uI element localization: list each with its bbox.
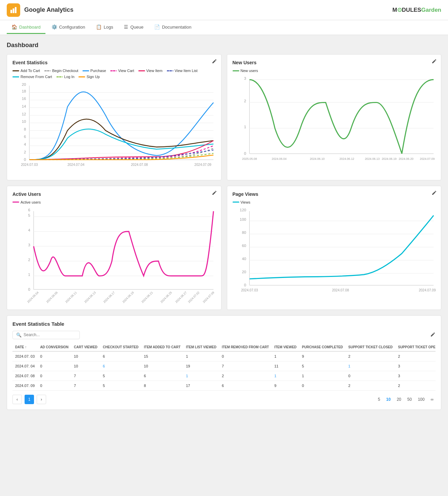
nav-documentation[interactable]: 📄 Documentation <box>149 21 196 34</box>
cell-ticket_closed: 0 <box>346 371 395 381</box>
nav-dashboard-label: Dashboard <box>19 25 41 30</box>
cell-checkout_started: 5 <box>100 371 141 381</box>
cell-item_viewed: 9 <box>272 381 299 390</box>
cell-ticket_closed: 2 <box>346 351 395 361</box>
svg-text:2024.07.02: 2024.07.02 <box>187 291 200 304</box>
cell-ad_conversion: 0 <box>37 381 71 390</box>
svg-text:0: 0 <box>28 287 30 291</box>
active-users-chart: 0 1 2 3 4 5 6 2024.06.04 2024.06.06 2024… <box>12 207 216 304</box>
svg-text:2024.06.19: 2024.06.19 <box>382 157 397 161</box>
col-item-list-viewed: ITEM LIST VIEWED <box>183 343 219 351</box>
new-users-chart: 0 1 2 3 2025.05.08 2024.06.04 2024.06.10… <box>233 75 436 169</box>
search-input[interactable] <box>24 332 76 337</box>
svg-text:100: 100 <box>240 217 246 221</box>
cell-checkout_started: 6 <box>100 351 141 361</box>
list-icon: ☰ <box>124 24 128 30</box>
nav-logs[interactable]: 📋 Logs <box>91 21 118 34</box>
nav-dashboard[interactable]: 🏠 Dashboard <box>7 21 45 34</box>
next-page-button[interactable]: › <box>37 395 46 404</box>
col-ticket-closed: SUPPORT TICKET CLOSED <box>346 343 395 351</box>
prev-page-button[interactable]: ‹ <box>12 395 22 404</box>
svg-text:2025.05.08: 2025.05.08 <box>242 157 257 161</box>
active-users-card: Active Users Active users 0 1 2 3 4 5 6 <box>7 186 221 310</box>
svg-text:2024.06.04: 2024.06.04 <box>27 291 39 304</box>
svg-text:2024.06.21: 2024.06.21 <box>141 291 153 304</box>
app-icon <box>7 3 20 17</box>
new-users-edit-button[interactable] <box>432 59 437 65</box>
pagination: ‹ 1 › 5 10 20 50 100 ∞ <box>12 395 436 404</box>
per-page-5[interactable]: 5 <box>376 396 382 403</box>
svg-text:2024.06.27: 2024.06.27 <box>175 291 187 304</box>
svg-text:4: 4 <box>24 142 26 146</box>
nav-documentation-label: Documentation <box>162 25 191 30</box>
cell-ticket_opened: 2 <box>395 351 436 361</box>
svg-text:18: 18 <box>22 89 26 93</box>
main-content: Dashboard Event Statistics Add To Cart B… <box>0 35 448 417</box>
event-stats-edit-button[interactable] <box>212 59 217 65</box>
svg-text:2: 2 <box>24 150 26 154</box>
cell-item_viewed: 1 <box>272 351 299 361</box>
cell-ticket_opened: 2 <box>395 381 436 390</box>
event-stats-chart: 0 2 4 6 8 10 12 14 16 18 20 <box>12 81 216 175</box>
cell-ticket_closed[interactable]: 1 <box>346 361 395 371</box>
stats-table: DATE ↑ AD CONVERSION CART VIEWED CHECKOU… <box>12 343 436 391</box>
cell-item_removed: 7 <box>219 361 272 371</box>
cell-item_viewed[interactable]: 1 <box>272 371 299 381</box>
svg-text:0: 0 <box>24 157 26 162</box>
nav-queue[interactable]: ☰ Queue <box>119 21 148 34</box>
search-box[interactable]: 🔍 <box>12 331 80 339</box>
svg-text:2024.07.03: 2024.07.03 <box>241 288 258 292</box>
table-row: 2024.07. 0401061019711513350 <box>12 361 436 371</box>
svg-text:2024.06.10: 2024.06.10 <box>310 157 324 161</box>
cell-cart_viewed: 7 <box>71 371 100 381</box>
nav-queue-label: Queue <box>130 25 143 30</box>
svg-text:20: 20 <box>22 82 26 86</box>
col-item-added: ITEM ADDED TO CART <box>141 343 183 351</box>
nav-configuration-label: Configuration <box>59 25 85 30</box>
per-page-50[interactable]: 50 <box>405 396 414 403</box>
svg-rect-2 <box>15 7 16 13</box>
cell-date: 2024.07. 08 <box>12 371 37 381</box>
svg-text:2024.07.08: 2024.07.08 <box>332 288 349 292</box>
svg-text:12: 12 <box>22 112 26 116</box>
cell-item_list_viewed: 1 <box>183 351 219 361</box>
active-users-legend: Active users <box>12 200 216 204</box>
col-purchase-completed: PURCHASE COMPLETED <box>299 343 346 351</box>
col-ad-conversion: AD CONVERSION <box>37 343 71 351</box>
per-page-20[interactable]: 20 <box>395 396 403 403</box>
table-row: 2024.07. 03010615101922241 <box>12 351 436 361</box>
svg-text:80: 80 <box>242 231 246 235</box>
svg-text:2024.07.04: 2024.07.04 <box>67 163 84 167</box>
cell-ticket_opened: 3 <box>395 361 436 371</box>
per-page-all[interactable]: ∞ <box>428 396 436 403</box>
svg-text:2024.06.13: 2024.06.13 <box>83 291 96 304</box>
table-edit-button[interactable] <box>430 332 436 338</box>
cell-item_viewed: 11 <box>272 361 299 371</box>
nav-configuration[interactable]: ⚙️ Configuration <box>47 21 90 34</box>
page-1-button[interactable]: 1 <box>25 395 34 404</box>
event-statistics-card: Event Statistics Add To Cart Begin Check… <box>7 54 221 180</box>
col-checkout-started: CHECKOUT STARTED <box>100 343 141 351</box>
per-page-options: 5 10 20 50 100 ∞ <box>376 396 436 403</box>
cell-purchase_completed: 1 <box>299 371 346 381</box>
event-statistics-table-card: Event Statistics Table 🔍 DATE ↑ AD CONVE… <box>7 315 441 410</box>
svg-text:2024.07.09: 2024.07.09 <box>420 157 435 161</box>
app-title: Google Analytics <box>24 6 73 13</box>
legend-sign-up: Sign Up <box>78 75 100 79</box>
per-page-100[interactable]: 100 <box>416 396 426 403</box>
cell-item_list_viewed[interactable]: 1 <box>183 371 219 381</box>
page-views-edit-button[interactable] <box>432 190 437 197</box>
cell-item_list_viewed: 19 <box>183 361 219 371</box>
svg-text:2024.06.17: 2024.06.17 <box>103 291 115 304</box>
cell-ad_conversion: 0 <box>37 361 71 371</box>
svg-text:2024.06.11: 2024.06.11 <box>65 291 77 304</box>
cell-checkout_started[interactable]: 6 <box>100 361 141 371</box>
col-date: DATE ↑ <box>12 343 37 351</box>
svg-text:120: 120 <box>240 208 246 212</box>
svg-text:16: 16 <box>22 97 26 101</box>
legend-add-to-cart: Add To Cart <box>12 69 40 73</box>
event-stats-legend: Add To Cart Begin Checkout Purchase View… <box>12 69 216 79</box>
active-users-edit-button[interactable] <box>212 190 217 197</box>
per-page-10[interactable]: 10 <box>384 396 392 403</box>
col-item-viewed: ITEM VIEWED <box>272 343 299 351</box>
